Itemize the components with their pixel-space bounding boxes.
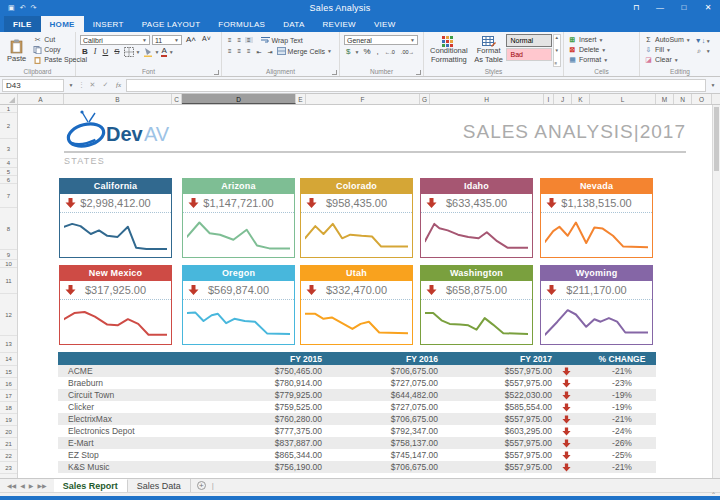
column-header-I[interactable]: I — [544, 94, 554, 104]
ribbon-tab-formulas[interactable]: FORMULAS — [209, 16, 274, 32]
next-sheet-icon[interactable]: ▶ — [29, 482, 34, 489]
italic-button[interactable]: I — [92, 47, 99, 56]
font-size-select[interactable]: 11▼ — [152, 35, 182, 45]
close-button[interactable]: ✕ — [696, 0, 720, 15]
alignment-dialog-launcher[interactable] — [332, 70, 337, 75]
column-header-M[interactable]: M — [656, 94, 674, 104]
find-select-button[interactable]: ⌕▼ — [695, 46, 711, 55]
grow-font-button[interactable]: A˄ — [184, 35, 198, 45]
row-header-10[interactable]: 10 — [0, 260, 17, 268]
format-as-table-button[interactable]: Format As Table — [472, 34, 506, 67]
font-dialog-launcher[interactable] — [214, 70, 219, 75]
collapse-ribbon-icon[interactable]: ⌃ — [711, 491, 716, 498]
number-dialog-launcher[interactable] — [416, 70, 421, 75]
insert-cells-button[interactable]: ⊞Insert▼ — [568, 35, 608, 44]
fill-color-icon[interactable] — [143, 47, 153, 57]
row-header-11[interactable]: 11 — [0, 268, 17, 294]
column-header-C[interactable]: C — [172, 94, 182, 104]
row-header-19[interactable]: 19 — [0, 414, 17, 426]
maximize-button[interactable]: □ — [672, 0, 696, 15]
sheet-canvas[interactable]: Dev AV SALES ANALYSIS|2017 STATES Califo… — [18, 105, 712, 478]
row-header-4[interactable]: 4 — [0, 159, 17, 168]
row-header-18[interactable]: 18 — [0, 402, 17, 414]
number-format-select[interactable]: General▼ — [344, 35, 418, 45]
row-header-20[interactable]: 20 — [0, 426, 17, 438]
column-header-A[interactable]: A — [18, 94, 64, 104]
decrease-indent-icon[interactable]: ⇤ — [255, 48, 264, 55]
row-header-7[interactable]: 7 — [0, 184, 17, 208]
insert-function-icon[interactable]: fx — [113, 81, 124, 89]
font-color-icon[interactable]: A — [161, 47, 166, 57]
column-header-G[interactable]: G — [420, 94, 430, 104]
row-header-16[interactable]: 16 — [0, 378, 17, 390]
row-header-21[interactable]: 21 — [0, 438, 17, 450]
ribbon-tab-page-layout[interactable]: PAGE LAYOUT — [133, 16, 210, 32]
column-header-K[interactable]: K — [572, 94, 590, 104]
scrollbar-thumb[interactable] — [714, 107, 719, 171]
row-header-1[interactable]: 1 — [0, 105, 17, 113]
row-header-3[interactable]: 3 — [0, 139, 17, 159]
row-headers[interactable]: 1234567891011121314151617181920212223 — [0, 105, 18, 478]
clear-button[interactable]: ◪Clear▼ — [644, 55, 691, 64]
cell-style-bad[interactable]: Bad — [506, 48, 552, 61]
column-header-O[interactable]: O — [692, 94, 712, 104]
column-header-E[interactable]: E — [296, 94, 306, 104]
decrease-decimal-icon[interactable]: .00→ — [399, 49, 416, 55]
cancel-entry-icon[interactable]: ✕ — [87, 81, 98, 89]
redo-icon[interactable]: ↷ — [31, 4, 37, 12]
ribbon-tab-data[interactable]: DATA — [274, 16, 313, 32]
column-header-F[interactable]: F — [306, 94, 420, 104]
formula-bar-expand-icon[interactable]: ▼ — [708, 82, 718, 88]
column-header-N[interactable]: N — [674, 94, 692, 104]
top-align-icon[interactable]: ≡ — [226, 37, 234, 43]
cell-style-normal[interactable]: Normal — [506, 34, 552, 47]
select-all-corner[interactable] — [0, 94, 18, 104]
format-cells-button[interactable]: ▦Format▼ — [568, 55, 608, 64]
name-box-dropdown-icon[interactable]: ▼ — [66, 82, 76, 88]
bottom-align-icon[interactable]: ≡ — [245, 37, 253, 43]
row-header-17[interactable]: 17 — [0, 390, 17, 402]
row-header-2[interactable]: 2 — [0, 113, 17, 139]
align-center-icon[interactable]: ≡ — [236, 48, 244, 54]
enter-entry-icon[interactable]: ✓ — [100, 81, 111, 89]
new-sheet-button[interactable]: + — [197, 481, 206, 490]
conditional-formatting-button[interactable]: Conditional Formatting — [426, 34, 472, 67]
align-right-icon[interactable]: ≡ — [245, 48, 253, 54]
row-header-6[interactable]: 6 — [0, 176, 17, 184]
last-sheet-icon[interactable]: ▶▶ — [37, 482, 46, 489]
accounting-format-icon[interactable]: $ — [344, 47, 352, 56]
row-header-22[interactable]: 22 — [0, 450, 17, 462]
row-header-15[interactable]: 15 — [0, 366, 17, 378]
row-header-14[interactable]: 14 — [0, 353, 17, 366]
wrap-text-button[interactable]: Wrap Text — [272, 36, 303, 45]
strikethrough-button[interactable]: S — [112, 47, 121, 56]
ribbon-tab-home[interactable]: HOME — [41, 16, 84, 32]
fill-button[interactable]: ⇩Fill▼ — [644, 45, 691, 54]
paste-button[interactable]: Paste — [2, 34, 31, 67]
bold-button[interactable]: B — [80, 47, 90, 56]
column-header-L[interactable]: L — [590, 94, 656, 104]
vertical-scrollbar[interactable] — [712, 105, 720, 478]
row-header-12[interactable]: 12 — [0, 294, 17, 336]
delete-cells-button[interactable]: ⊠Delete▼ — [568, 45, 608, 54]
formula-input[interactable] — [126, 79, 706, 92]
column-header-D[interactable]: D — [182, 94, 296, 104]
gallery-scroll-buttons[interactable]: ▲▼≡ — [553, 34, 561, 67]
row-header-13[interactable]: 13 — [0, 336, 17, 353]
save-icon[interactable]: ▣ — [8, 4, 15, 12]
ribbon-tab-view[interactable]: VIEW — [365, 16, 405, 32]
name-box[interactable]: D43 — [2, 79, 64, 92]
minimize-button[interactable]: — — [648, 0, 672, 15]
sheet-tab-sales-report[interactable]: Sales Report — [54, 479, 128, 492]
ribbon-tab-review[interactable]: REVIEW — [314, 16, 365, 32]
row-header-23[interactable]: 23 — [0, 462, 17, 474]
column-header-J[interactable]: J — [554, 94, 572, 104]
shrink-font-button[interactable]: A˅ — [200, 35, 213, 45]
previous-sheet-icon[interactable]: ◀ — [20, 482, 25, 489]
percent-style-icon[interactable]: % — [361, 47, 372, 56]
column-header-H[interactable]: H — [430, 94, 544, 104]
row-header-9[interactable]: 9 — [0, 250, 17, 260]
increase-decimal-icon[interactable]: ←.0 — [383, 49, 397, 55]
comma-style-icon[interactable]: , — [375, 47, 381, 56]
font-name-select[interactable]: Calibri▼ — [80, 35, 150, 45]
